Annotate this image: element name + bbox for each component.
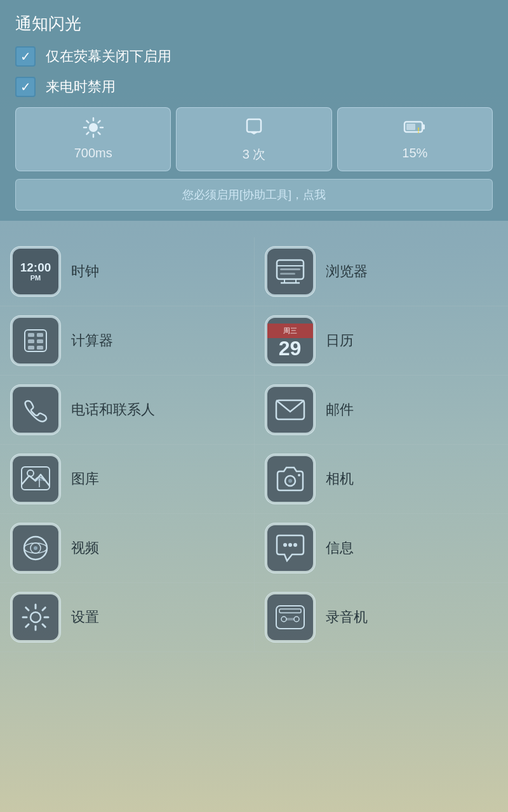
calculator-app-icon <box>10 315 61 366</box>
checkbox-incoming-call-row[interactable]: ✓ 来电时禁用 <box>15 77 493 97</box>
camera-app-name: 相机 <box>326 469 354 488</box>
clock-app-name: 时钟 <box>71 262 99 281</box>
app-cell-mail[interactable]: 邮件 <box>255 376 509 444</box>
svg-point-35 <box>298 474 300 476</box>
svg-rect-48 <box>286 618 295 620</box>
section-title: 通知闪光 <box>15 13 493 35</box>
svg-point-47 <box>294 617 299 622</box>
app-cell-recorder[interactable]: 录音机 <box>255 583 509 652</box>
svg-rect-27 <box>28 346 34 350</box>
app-cell-video[interactable]: 视频 <box>0 514 255 582</box>
app-row-5: 视频 信息 <box>0 514 508 583</box>
checkbox-screen-off-row[interactable]: ✓ 仅在荧幕关闭下启用 <box>15 46 493 67</box>
svg-line-5 <box>86 121 88 123</box>
duration-button[interactable]: 700ms <box>15 107 171 171</box>
svg-point-43 <box>30 612 41 622</box>
app-row-1: 12:00 PM 时钟 <box>0 237 508 306</box>
phone-app-icon <box>10 384 61 435</box>
times-label: 3 次 <box>243 146 266 163</box>
svg-point-0 <box>89 123 98 132</box>
svg-point-30 <box>27 470 34 476</box>
svg-line-8 <box>86 133 88 134</box>
app-cell-settings[interactable]: 设置 <box>0 583 255 652</box>
svg-rect-25 <box>28 339 34 343</box>
message-app-name: 信息 <box>326 539 354 558</box>
mail-app-name: 邮件 <box>326 400 354 419</box>
svg-point-38 <box>34 546 37 550</box>
calendar-date-number: 29 <box>279 338 302 358</box>
calculator-app-name: 计算器 <box>71 331 113 350</box>
section-divider <box>0 221 508 235</box>
app-cell-message[interactable]: 信息 <box>255 514 509 582</box>
app-row-3: 电话和联系人 邮件 <box>0 376 508 445</box>
app-list: 12:00 PM 时钟 <box>0 235 508 655</box>
svg-point-40 <box>283 543 287 547</box>
calendar-app-name: 日历 <box>326 331 354 350</box>
battery-icon: ! <box>403 117 426 141</box>
svg-text:!: ! <box>417 126 420 135</box>
camera-app-icon <box>265 454 316 504</box>
video-app-name: 视频 <box>71 539 99 558</box>
settings-app-icon <box>10 592 61 643</box>
app-row-4: 图库 相机 <box>0 445 508 514</box>
svg-rect-28 <box>37 346 43 350</box>
svg-rect-23 <box>28 333 34 337</box>
gallery-app-name: 图库 <box>71 469 99 488</box>
svg-rect-31 <box>22 467 50 490</box>
svg-rect-45 <box>279 609 301 613</box>
recorder-app-icon <box>265 592 316 643</box>
svg-rect-24 <box>37 333 43 337</box>
battery-button[interactable]: ! 15% <box>337 107 493 171</box>
svg-point-46 <box>281 617 286 622</box>
battery-label: 15% <box>402 146 427 160</box>
svg-line-6 <box>98 133 100 134</box>
calendar-top-bar: 周三 <box>267 324 313 338</box>
mail-app-icon <box>265 384 316 435</box>
svg-point-42 <box>293 543 297 547</box>
svg-line-7 <box>98 121 100 123</box>
svg-rect-21 <box>280 273 295 275</box>
app-cell-camera[interactable]: 相机 <box>255 445 509 513</box>
gallery-app-icon <box>10 454 61 504</box>
times-button[interactable]: 3 次 <box>176 107 331 171</box>
checkbox-screen-off[interactable]: ✓ <box>15 46 36 67</box>
app-row-6: 设置 录音机 <box>0 583 508 652</box>
checkbox-screen-off-label: 仅在荧幕关闭下启用 <box>46 47 171 66</box>
duration-label: 700ms <box>74 146 112 160</box>
message-app-icon <box>265 523 316 573</box>
app-cell-calculator[interactable]: 计算器 <box>0 306 255 375</box>
app-cell-gallery[interactable]: 图库 <box>0 445 255 513</box>
browser-app-name: 浏览器 <box>326 262 368 281</box>
svg-rect-13 <box>406 124 415 130</box>
svg-rect-9 <box>247 119 261 132</box>
svg-point-41 <box>288 543 292 547</box>
clock-app-icon: 12:00 PM <box>10 246 61 297</box>
svg-point-34 <box>288 479 292 483</box>
browser-app-icon <box>265 246 316 297</box>
settings-app-name: 设置 <box>71 608 99 627</box>
checkbox-incoming-call-label: 来电时禁用 <box>46 77 116 96</box>
calendar-app-icon: 周三 29 <box>265 315 316 366</box>
notification-icon <box>243 117 265 141</box>
sun-icon <box>83 117 104 141</box>
phone-app-name: 电话和联系人 <box>71 400 155 419</box>
checkmark-icon-2: ✓ <box>20 81 31 93</box>
accessibility-notice[interactable]: 您必须启用[协助工具]，点我 <box>15 179 493 211</box>
svg-rect-26 <box>37 339 43 343</box>
flash-controls-row: 700ms 3 次 ! 15% <box>15 107 493 171</box>
app-row-2: 计算器 周三 29 日历 <box>0 306 508 376</box>
app-cell-phone[interactable]: 电话和联系人 <box>0 376 255 444</box>
recorder-app-name: 录音机 <box>326 608 368 627</box>
svg-marker-10 <box>250 132 258 134</box>
notification-flash-section: 通知闪光 ✓ 仅在荧幕关闭下启用 ✓ 来电时禁用 <box>0 0 508 221</box>
app-cell-clock[interactable]: 12:00 PM 时钟 <box>0 237 255 306</box>
app-cell-calendar[interactable]: 周三 29 日历 <box>255 306 509 375</box>
svg-rect-12 <box>422 124 425 129</box>
app-cell-browser[interactable]: 浏览器 <box>255 237 509 306</box>
svg-rect-20 <box>280 268 300 270</box>
checkbox-incoming-call[interactable]: ✓ <box>15 77 36 97</box>
video-app-icon <box>10 523 61 573</box>
checkmark-icon: ✓ <box>20 50 31 63</box>
